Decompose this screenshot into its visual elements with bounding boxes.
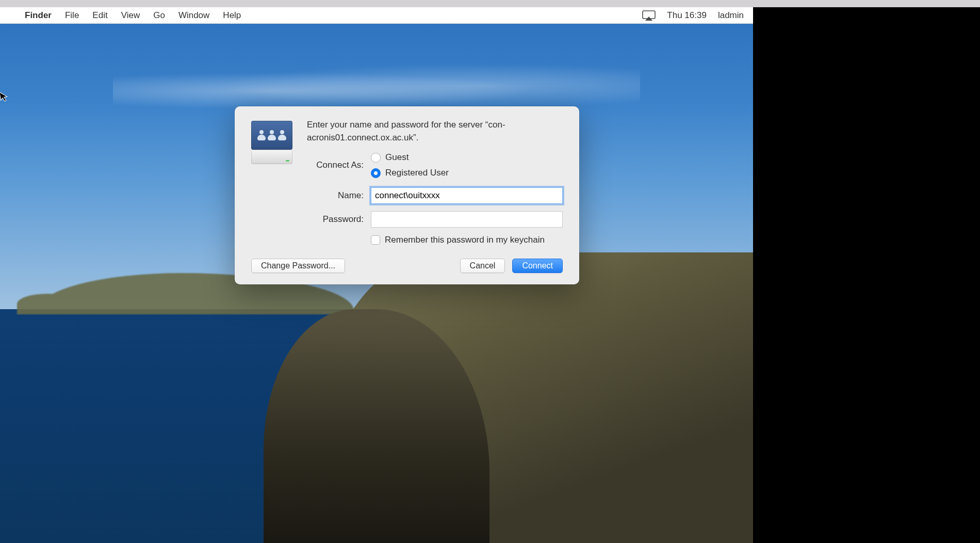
connect-button[interactable]: Connect <box>512 259 563 273</box>
menu-view[interactable]: View <box>121 10 140 21</box>
radio-guest-label: Guest <box>385 152 409 163</box>
window-chrome-artifact <box>0 0 980 7</box>
dialog-prompt: Enter your name and password for the ser… <box>307 119 563 144</box>
connect-as-label: Connect As: <box>307 160 371 170</box>
radio-registered-user[interactable]: Registered User <box>371 168 449 178</box>
desktop: Enter your name and password for the ser… <box>0 24 753 543</box>
menubar-clock[interactable]: Thu 16:39 <box>667 10 707 21</box>
cancel-button[interactable]: Cancel <box>460 259 505 273</box>
menu-go[interactable]: Go <box>153 10 165 21</box>
network-server-icon <box>251 121 292 167</box>
menu-edit[interactable]: Edit <box>92 10 107 21</box>
radio-icon <box>371 153 381 163</box>
menubar-user[interactable]: ladmin <box>718 10 744 21</box>
checkbox-icon <box>371 235 380 245</box>
menubar: Finder File Edit View Go Window Help Thu… <box>0 7 753 24</box>
change-password-button[interactable]: Change Password... <box>251 259 345 273</box>
radio-guest[interactable]: Guest <box>371 152 449 163</box>
name-label: Name: <box>307 190 371 201</box>
radio-icon <box>371 168 381 178</box>
connect-to-server-dialog: Enter your name and password for the ser… <box>235 106 579 284</box>
password-label: Password: <box>307 214 371 225</box>
remember-password-label: Remember this password in my keychain <box>385 235 545 245</box>
menu-file[interactable]: File <box>65 10 79 21</box>
menu-window[interactable]: Window <box>178 10 209 21</box>
app-menu[interactable]: Finder <box>25 10 52 21</box>
name-input[interactable] <box>371 187 563 204</box>
screen-mirroring-icon[interactable] <box>642 10 656 21</box>
menu-help[interactable]: Help <box>223 10 241 21</box>
radio-registered-label: Registered User <box>385 168 449 178</box>
password-input[interactable] <box>371 211 563 228</box>
remember-password-checkbox[interactable]: Remember this password in my keychain <box>371 235 563 245</box>
